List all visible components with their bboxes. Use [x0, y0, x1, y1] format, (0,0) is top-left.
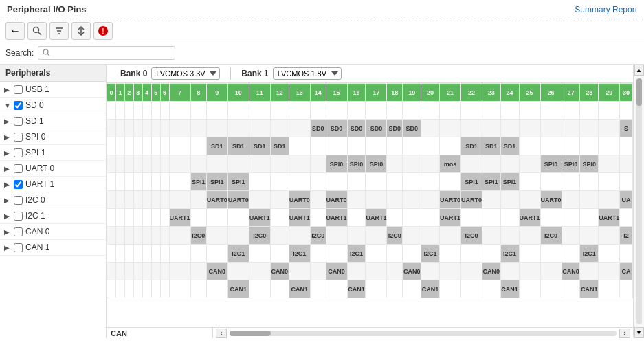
- grid-cell[interactable]: SD1: [249, 137, 270, 155]
- peripheral-checkbox[interactable]: [14, 180, 23, 189]
- grid-cell[interactable]: UA: [620, 191, 633, 209]
- grid-cell[interactable]: SPI0: [366, 155, 387, 173]
- expand-arrow[interactable]: ▶: [4, 212, 12, 220]
- grid-inner[interactable]: 0123456789101112131415161718192021222324…: [107, 83, 633, 327]
- grid-cell[interactable]: SPI1: [482, 173, 500, 191]
- grid-cell[interactable]: I2: [620, 227, 633, 245]
- grid-cell[interactable]: SPI1: [460, 173, 482, 191]
- sidebar-item-spi0[interactable]: ▶SPI 0: [0, 129, 106, 145]
- vscroll-down-btn[interactable]: ▼: [634, 327, 644, 338]
- grid-cell[interactable]: I2C0: [249, 227, 270, 245]
- grid-cell[interactable]: UART0: [540, 191, 562, 209]
- grid-cell[interactable]: SD0: [366, 120, 387, 137]
- peripheral-checkbox[interactable]: [14, 164, 23, 173]
- grid-cell[interactable]: CA: [620, 263, 633, 280]
- grid-cell[interactable]: UART0: [460, 191, 482, 209]
- grid-cell[interactable]: SPI0: [347, 155, 366, 173]
- grid-cell[interactable]: CAN0: [206, 263, 227, 280]
- grid-cell[interactable]: SPI0: [562, 155, 580, 173]
- peripheral-checkbox[interactable]: [14, 85, 23, 94]
- expand-arrow[interactable]: ▶: [4, 228, 12, 236]
- sidebar-item-sd1[interactable]: ▶SD 1: [0, 113, 106, 129]
- grid-cell[interactable]: CAN1: [580, 280, 599, 298]
- grid-cell[interactable]: I2C1: [227, 245, 249, 263]
- expand-arrow[interactable]: ▶: [4, 118, 12, 125]
- sort-button[interactable]: [71, 22, 91, 40]
- grid-cell[interactable]: SD1: [500, 137, 519, 155]
- grid-cell[interactable]: UART1: [519, 209, 540, 227]
- grid-cell[interactable]: SPI1: [206, 173, 227, 191]
- search-input[interactable]: [52, 48, 162, 58]
- grid-cell[interactable]: UART0: [326, 191, 347, 209]
- grid-cell[interactable]: UART1: [169, 209, 190, 227]
- grid-cell[interactable]: CAN0: [562, 263, 580, 280]
- grid-cell[interactable]: CAN0: [403, 263, 421, 280]
- expand-arrow[interactable]: ▶: [4, 181, 12, 188]
- sidebar-item-uart0[interactable]: ▶UART 0: [0, 161, 106, 177]
- grid-cell[interactable]: S: [620, 120, 633, 137]
- sidebar-item-usb1[interactable]: ▶USB 1: [0, 82, 106, 98]
- grid-cell[interactable]: SD0: [403, 120, 421, 137]
- grid-cell[interactable]: SPI1: [500, 173, 519, 191]
- grid-cell[interactable]: mos: [439, 155, 460, 173]
- grid-cell[interactable]: SPI1: [227, 173, 249, 191]
- peripheral-checkbox[interactable]: [14, 117, 23, 126]
- sidebar-item-i2c0[interactable]: ▶I2C 0: [0, 192, 106, 208]
- hscroll-right-btn[interactable]: ›: [619, 329, 630, 338]
- bank0-select[interactable]: LVCMOS 3.3V LVCMOS 1.8V LVCMOS 1.5V: [151, 67, 220, 80]
- grid-cell[interactable]: SD1: [206, 137, 227, 155]
- grid-cell[interactable]: CAN1: [421, 280, 440, 298]
- grid-cell[interactable]: SPI1: [190, 173, 206, 191]
- grid-cell[interactable]: I2C0: [310, 227, 326, 245]
- grid-cell[interactable]: UART0: [289, 191, 310, 209]
- vscroll-up-btn[interactable]: ▲: [634, 65, 644, 76]
- summary-report-link[interactable]: Summary Report: [575, 5, 637, 14]
- back-button[interactable]: ←: [5, 22, 25, 40]
- expand-arrow[interactable]: ▶: [4, 149, 12, 157]
- grid-cell[interactable]: CAN1: [347, 280, 366, 298]
- peripheral-checkbox[interactable]: [14, 196, 23, 205]
- expand-arrow[interactable]: ▶: [4, 133, 12, 141]
- sidebar-item-can0[interactable]: ▶CAN 0: [0, 224, 106, 240]
- hscroll-thumb[interactable]: [230, 331, 271, 336]
- sidebar-item-can1[interactable]: ▶CAN 1: [0, 240, 106, 256]
- grid-cell[interactable]: UART1: [289, 209, 310, 227]
- sidebar-item-spi1[interactable]: ▶SPI 1: [0, 145, 106, 161]
- grid-cell[interactable]: SD0: [387, 120, 403, 137]
- peripheral-checkbox[interactable]: [14, 101, 23, 110]
- grid-cell[interactable]: SD0: [347, 120, 366, 137]
- grid-cell[interactable]: UART0: [206, 191, 227, 209]
- hscroll-left-btn[interactable]: ‹: [216, 329, 227, 338]
- grid-cell[interactable]: SPI0: [580, 155, 599, 173]
- expand-arrow[interactable]: ▶: [4, 86, 12, 93]
- filter1-button[interactable]: [49, 22, 69, 40]
- grid-cell[interactable]: SD1: [270, 137, 289, 155]
- sidebar-item-uart1[interactable]: ▶UART 1: [0, 177, 106, 192]
- peripheral-checkbox[interactable]: [14, 243, 23, 252]
- expand-arrow[interactable]: ▶: [4, 197, 12, 204]
- sidebar-item-i2c1[interactable]: ▶I2C 1: [0, 208, 106, 224]
- expand-arrow[interactable]: ▶: [4, 244, 12, 252]
- grid-cell[interactable]: I2C1: [580, 245, 599, 263]
- grid-cell[interactable]: I2C0: [387, 227, 403, 245]
- grid-cell[interactable]: UART0: [227, 191, 249, 209]
- grid-cell[interactable]: SD1: [227, 137, 249, 155]
- peripheral-checkbox[interactable]: [14, 227, 23, 236]
- grid-cell[interactable]: CAN1: [289, 280, 310, 298]
- error-button[interactable]: !: [93, 22, 113, 40]
- expand-arrow[interactable]: ▶: [4, 165, 12, 172]
- grid-cell[interactable]: UART1: [366, 209, 387, 227]
- grid-cell[interactable]: CAN0: [482, 263, 500, 280]
- grid-cell[interactable]: I2C0: [460, 227, 482, 245]
- grid-cell[interactable]: SD1: [482, 137, 500, 155]
- grid-cell[interactable]: I2C1: [500, 245, 519, 263]
- grid-cell[interactable]: UART1: [249, 209, 270, 227]
- peripheral-checkbox[interactable]: [14, 212, 23, 221]
- grid-cell[interactable]: I2C1: [289, 245, 310, 263]
- peripheral-checkbox[interactable]: [14, 133, 23, 142]
- expand-arrow[interactable]: ▼: [4, 102, 12, 109]
- grid-cell[interactable]: SD0: [310, 120, 326, 137]
- grid-cell[interactable]: CAN0: [326, 263, 347, 280]
- grid-cell[interactable]: UART1: [439, 209, 460, 227]
- grid-cell[interactable]: UART1: [599, 209, 620, 227]
